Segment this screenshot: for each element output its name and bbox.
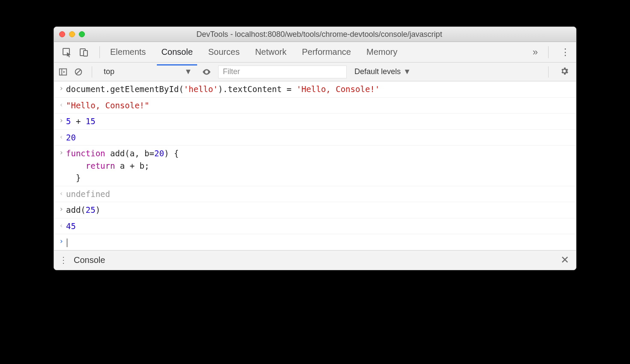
inspect-element-icon[interactable] xyxy=(62,47,72,57)
chevron-down-icon: ▼ xyxy=(184,67,192,76)
clear-console-icon[interactable] xyxy=(74,67,83,77)
log-levels-selector[interactable]: Default levels ▼ xyxy=(354,67,411,76)
toggle-device-toolbar-icon[interactable] xyxy=(79,47,89,57)
panel-tab-memory[interactable]: Memory xyxy=(365,43,399,61)
close-drawer-icon[interactable]: ✕ xyxy=(558,254,572,266)
code-content: function add(a, b=20) { return a + b; } xyxy=(66,147,572,184)
console-settings-gear-icon[interactable] xyxy=(557,66,572,78)
input-marker-icon xyxy=(57,115,66,128)
chevron-down-icon: ▼ xyxy=(403,67,411,76)
svg-line-7 xyxy=(76,70,80,74)
console-output-row: "Hello, Console!" xyxy=(54,98,576,114)
input-marker-icon xyxy=(57,204,66,216)
console-toolbar: top ▼ Default levels ▼ xyxy=(54,63,576,81)
customize-devtools-icon[interactable]: ⋮ xyxy=(558,47,573,58)
panel-tab-console[interactable]: Console xyxy=(159,43,194,61)
separator xyxy=(99,46,100,58)
panel-tab-elements[interactable]: Elements xyxy=(108,43,147,61)
devtools-window: DevTools - localhost:8080/web/tools/chro… xyxy=(54,27,576,270)
console-input-row: 5 + 15 xyxy=(54,113,576,130)
prompt-marker-icon xyxy=(57,236,66,248)
panel-tab-performance[interactable]: Performance xyxy=(300,43,353,61)
code-content: add(25) xyxy=(66,204,572,216)
prompt-input[interactable] xyxy=(66,236,572,248)
code-content: 5 + 15 xyxy=(66,115,572,128)
panel-tabs: ElementsConsoleSourcesNetworkPerformance… xyxy=(106,43,528,61)
input-marker-icon xyxy=(57,83,66,95)
panel-tab-sources[interactable]: Sources xyxy=(207,43,241,61)
console-output-row: 45 xyxy=(54,218,576,235)
panel-tab-network[interactable]: Network xyxy=(253,43,288,61)
close-window-button[interactable] xyxy=(59,31,65,37)
execution-context-selector[interactable]: top ▼ xyxy=(101,66,195,78)
code-content: document.getElementById('hello').textCon… xyxy=(66,83,572,95)
live-expression-eye-icon[interactable] xyxy=(201,67,212,77)
separator xyxy=(548,46,549,58)
drawer-tab-console[interactable]: Console xyxy=(73,252,106,269)
console-prompt-row[interactable] xyxy=(54,234,576,250)
console-output-row: undefined xyxy=(54,186,576,203)
drawer-menu-icon[interactable]: ⋮ xyxy=(58,255,69,265)
log-levels-label: Default levels xyxy=(354,67,401,76)
separator xyxy=(548,66,549,78)
svg-marker-5 xyxy=(63,71,65,73)
console-input-row: document.getElementById('hello').textCon… xyxy=(54,81,576,98)
console-messages[interactable]: document.getElementById('hello').textCon… xyxy=(54,81,576,250)
output-marker-icon xyxy=(57,131,66,144)
svg-rect-3 xyxy=(60,69,67,75)
console-input-row: add(25) xyxy=(54,202,576,218)
output-marker-icon xyxy=(57,188,66,200)
execution-context-label: top xyxy=(104,67,114,76)
panel-tabbar: ElementsConsoleSourcesNetworkPerformance… xyxy=(54,42,576,63)
more-tabs-icon[interactable]: » xyxy=(528,47,542,58)
console-input-row: function add(a, b=20) { return a + b; } xyxy=(54,146,576,186)
svg-rect-2 xyxy=(84,51,87,56)
input-marker-icon xyxy=(57,147,66,184)
show-console-sidebar-icon[interactable] xyxy=(58,67,68,77)
output-marker-icon xyxy=(57,220,66,233)
separator xyxy=(92,66,92,78)
code-content: undefined xyxy=(66,188,572,200)
code-content: 45 xyxy=(66,220,572,233)
output-marker-icon xyxy=(57,99,66,112)
filter-input[interactable] xyxy=(218,66,347,78)
console-output-row: 20 xyxy=(54,130,576,146)
code-content: "Hello, Console!" xyxy=(66,99,572,112)
drawer: ⋮ Console ✕ xyxy=(54,250,576,270)
code-content: 20 xyxy=(66,131,572,144)
window-title: DevTools - localhost:8080/web/tools/chro… xyxy=(68,30,571,39)
titlebar: DevTools - localhost:8080/web/tools/chro… xyxy=(54,27,576,42)
